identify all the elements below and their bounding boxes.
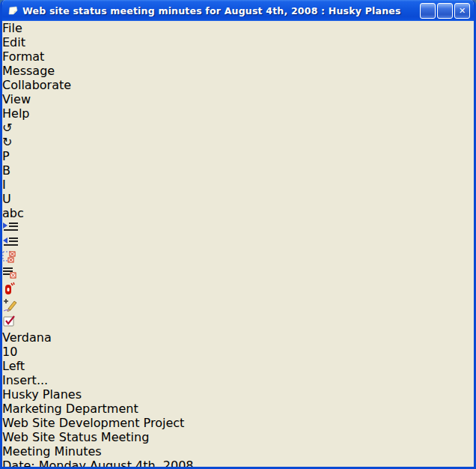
application-window: Web site status meeting minutes for Augu… bbox=[0, 0, 476, 469]
font-size-value: 10 bbox=[2, 345, 17, 359]
bold-button[interactable]: B bbox=[2, 163, 474, 178]
doc-header-lines: Husky PlanesMarketing DepartmentWeb Site… bbox=[2, 387, 474, 430]
number-zero-icon bbox=[2, 282, 16, 295]
menu-item-format[interactable]: Format bbox=[2, 49, 474, 64]
doc-header-line: Web Site Development Project bbox=[2, 416, 474, 430]
indent-icon bbox=[2, 220, 19, 232]
menu-bar: FileEditFormatMessageCollaborateViewHelp bbox=[2, 21, 474, 121]
format-bar: Verdana 10 Left Insert... bbox=[2, 330, 474, 387]
document-body[interactable]: Husky PlanesMarketing DepartmentWeb Site… bbox=[2, 387, 474, 469]
minimize-button[interactable] bbox=[420, 3, 436, 19]
numbering-button[interactable] bbox=[2, 282, 474, 298]
redo-icon: ↻ bbox=[2, 135, 12, 149]
bold-icon: B bbox=[2, 163, 10, 178]
list-tagged-button[interactable] bbox=[2, 266, 474, 282]
toolbar: ↺ ↻ P B I U abc bbox=[2, 121, 474, 330]
font-family-value: Verdana bbox=[2, 330, 52, 345]
outdent-button[interactable] bbox=[2, 235, 474, 250]
italic-button[interactable]: I bbox=[2, 178, 474, 192]
undo-icon: ↺ bbox=[2, 121, 12, 135]
field-value: Monday August 4th, 2008 bbox=[35, 459, 194, 469]
close-button[interactable]: ✕ bbox=[454, 3, 470, 19]
alignment-select[interactable]: Left bbox=[2, 359, 57, 373]
plain-style-button[interactable]: P bbox=[2, 149, 474, 163]
strikethrough-button[interactable]: abc bbox=[2, 206, 474, 220]
underline-button[interactable]: U bbox=[2, 192, 474, 206]
doc-main-title: Web Site Status Meeting bbox=[2, 430, 474, 444]
list-tag-icon bbox=[2, 266, 17, 279]
underline-icon: U bbox=[2, 192, 11, 206]
indent-button[interactable] bbox=[2, 220, 474, 235]
font-size-select[interactable]: 10 bbox=[2, 345, 37, 359]
doc-header-line: Husky Planes bbox=[2, 387, 474, 402]
document-area: Husky PlanesMarketing DepartmentWeb Site… bbox=[2, 387, 474, 469]
menu-item-message[interactable]: Message bbox=[2, 64, 474, 78]
selection-box-icon bbox=[2, 250, 17, 263]
menu-item-view[interactable]: View bbox=[2, 92, 474, 106]
select-tagged-button[interactable] bbox=[2, 250, 474, 266]
italic-icon: I bbox=[2, 178, 6, 192]
alignment-value: Left bbox=[2, 359, 25, 373]
spellcheck-button[interactable] bbox=[2, 315, 474, 330]
insert-value: Insert... bbox=[2, 373, 48, 387]
font-family-select[interactable]: Verdana bbox=[2, 330, 157, 345]
close-icon: ✕ bbox=[459, 6, 466, 16]
menu-item-edit[interactable]: Edit bbox=[2, 35, 474, 49]
window-title: Web site status meeting minutes for Augu… bbox=[22, 5, 420, 16]
outdent-icon bbox=[2, 235, 19, 247]
pencil-plus-icon bbox=[2, 298, 17, 312]
doc-header-line: Marketing Department bbox=[2, 402, 474, 416]
menu-item-collaborate[interactable]: Collaborate bbox=[2, 78, 474, 92]
menu-item-help[interactable]: Help bbox=[2, 106, 474, 121]
add-signature-button[interactable] bbox=[2, 298, 474, 315]
menu-item-file[interactable]: File bbox=[2, 21, 474, 35]
field-line: Date: Monday August 4th, 2008 bbox=[2, 459, 474, 469]
field-label: Date: bbox=[2, 459, 35, 469]
title-bar[interactable]: Web site status meeting minutes for Augu… bbox=[2, 0, 474, 21]
plain-style-icon: P bbox=[2, 149, 10, 163]
undo-button[interactable]: ↺ bbox=[2, 121, 474, 135]
insert-select[interactable]: Insert... bbox=[2, 373, 103, 387]
document-note-icon bbox=[7, 4, 19, 16]
checkbox-check-icon bbox=[2, 315, 16, 327]
maximize-button[interactable] bbox=[437, 3, 453, 19]
strikethrough-icon: abc bbox=[2, 206, 24, 220]
redo-button[interactable]: ↻ bbox=[2, 135, 474, 149]
field-lines: Date: Monday August 4th, 2008Location: S… bbox=[2, 459, 474, 469]
doc-subtitle: Meeting Minutes bbox=[2, 444, 474, 459]
